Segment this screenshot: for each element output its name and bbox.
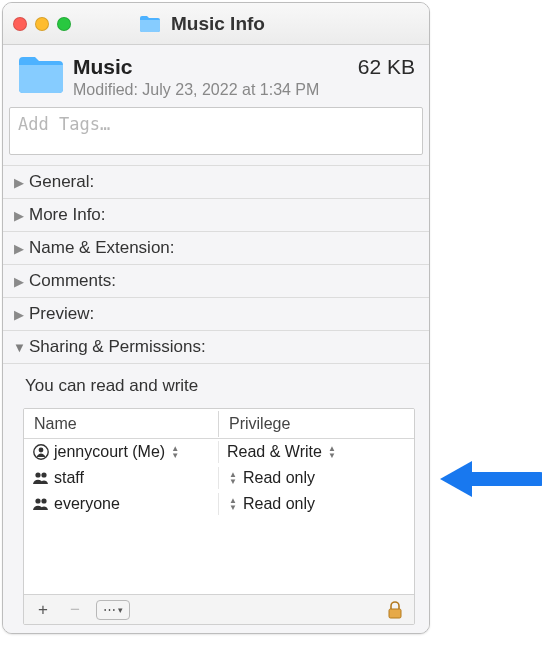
- privilege-value: Read only: [243, 469, 315, 487]
- traffic-lights: [13, 17, 71, 31]
- section-comments[interactable]: ▶Comments:: [3, 264, 429, 297]
- chevron-right-icon: ▶: [13, 175, 25, 190]
- svg-point-3: [41, 472, 46, 477]
- chevron-down-icon: ▾: [118, 605, 123, 615]
- privilege-value: Read & Write: [227, 443, 322, 461]
- section-general[interactable]: ▶General:: [3, 165, 429, 198]
- permissions-table: Name Privilege jennycourt (Me) ▲▼ Read &…: [23, 408, 415, 625]
- stepper-icon[interactable]: ▲▼: [326, 444, 338, 460]
- section-label: Name & Extension:: [29, 238, 175, 258]
- sharing-body: You can read and write Name Privilege je…: [3, 364, 429, 633]
- section-sharing[interactable]: ▼Sharing & Permissions:: [3, 330, 429, 364]
- table-footer: + − ⋯▾: [24, 594, 414, 624]
- user-name: jennycourt (Me): [54, 443, 165, 461]
- table-row[interactable]: staff ▲▼Read only: [24, 465, 414, 491]
- section-more-info[interactable]: ▶More Info:: [3, 198, 429, 231]
- table-rows: jennycourt (Me) ▲▼ Read & Write▲▼ staff …: [24, 439, 414, 594]
- tags-input[interactable]: [9, 107, 423, 155]
- header: Music 62 KB Modified: July 23, 2022 at 1…: [3, 45, 429, 107]
- lock-icon[interactable]: [386, 600, 406, 620]
- item-modified: Modified: July 23, 2022 at 1:34 PM: [73, 81, 415, 99]
- svg-point-5: [41, 498, 46, 503]
- zoom-icon[interactable]: [57, 17, 71, 31]
- svg-point-4: [35, 498, 40, 503]
- chevron-right-icon: ▶: [13, 241, 25, 256]
- item-name: Music: [73, 55, 133, 79]
- folder-large-icon: [17, 55, 65, 95]
- table-row[interactable]: everyone ▲▼Read only: [24, 491, 414, 517]
- sharing-hint: You can read and write: [25, 376, 415, 396]
- section-name-extension[interactable]: ▶Name & Extension:: [3, 231, 429, 264]
- col-privilege[interactable]: Privilege: [219, 411, 414, 437]
- user-name: staff: [54, 469, 84, 487]
- info-window: Music Info Music 62 KB Modified: July 23…: [2, 2, 430, 634]
- svg-rect-6: [389, 609, 401, 618]
- tags-field-wrap: [3, 107, 429, 165]
- folder-icon: [139, 15, 161, 33]
- section-preview[interactable]: ▶Preview:: [3, 297, 429, 330]
- titlebar: Music Info: [3, 3, 429, 45]
- group-icon: [32, 495, 50, 513]
- stepper-icon[interactable]: ▲▼: [169, 444, 181, 460]
- section-label: Preview:: [29, 304, 94, 324]
- privilege-value: Read only: [243, 495, 315, 513]
- chevron-right-icon: ▶: [13, 274, 25, 289]
- sections: ▶General: ▶More Info: ▶Name & Extension:…: [3, 165, 429, 364]
- section-label: Comments:: [29, 271, 116, 291]
- group-icon: [32, 469, 50, 487]
- section-label: More Info:: [29, 205, 106, 225]
- person-icon: [32, 443, 50, 461]
- table-header: Name Privilege: [24, 409, 414, 439]
- minimize-icon[interactable]: [35, 17, 49, 31]
- window-title: Music Info: [171, 13, 265, 35]
- callout-arrow-icon: [432, 455, 542, 507]
- svg-point-2: [35, 472, 40, 477]
- action-menu-button[interactable]: ⋯▾: [96, 600, 130, 620]
- section-label: General:: [29, 172, 94, 192]
- ellipsis-icon: ⋯: [103, 602, 116, 617]
- chevron-right-icon: ▶: [13, 208, 25, 223]
- close-icon[interactable]: [13, 17, 27, 31]
- chevron-down-icon: ▼: [13, 340, 25, 355]
- add-button[interactable]: +: [32, 600, 54, 620]
- user-name: everyone: [54, 495, 120, 513]
- chevron-right-icon: ▶: [13, 307, 25, 322]
- table-row[interactable]: jennycourt (Me) ▲▼ Read & Write▲▼: [24, 439, 414, 465]
- svg-point-1: [39, 448, 44, 453]
- stepper-icon[interactable]: ▲▼: [227, 496, 239, 512]
- remove-button[interactable]: −: [64, 600, 86, 620]
- item-size: 62 KB: [358, 55, 415, 79]
- header-info: Music 62 KB Modified: July 23, 2022 at 1…: [73, 55, 415, 99]
- col-name[interactable]: Name: [24, 411, 219, 437]
- section-label: Sharing & Permissions:: [29, 337, 206, 357]
- stepper-icon[interactable]: ▲▼: [227, 470, 239, 486]
